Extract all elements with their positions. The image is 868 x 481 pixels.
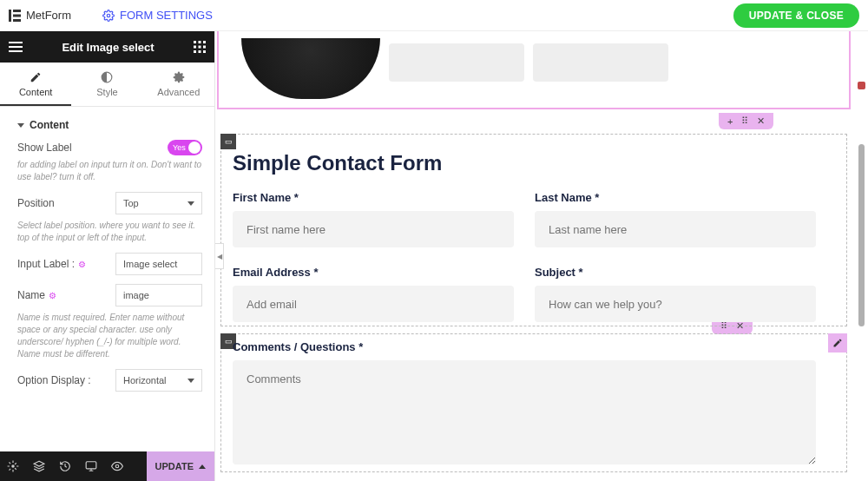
placeholder-row: [389, 43, 668, 82]
drag-icon[interactable]: ⠿: [741, 115, 748, 127]
field-email: Email Address *: [233, 266, 514, 322]
scroll-marker: [858, 82, 865, 89]
name-help: Name is must required. Enter name withou…: [17, 312, 202, 360]
first-name-input[interactable]: [233, 211, 514, 247]
comments-label: Comments / Questions *: [233, 340, 816, 353]
close-icon[interactable]: ✕: [757, 115, 765, 127]
placeholder-box: [389, 43, 524, 82]
apps-icon[interactable]: [194, 41, 206, 53]
last-name-label: Last Name *: [535, 191, 816, 204]
preview-icon[interactable]: [104, 451, 130, 481]
svg-rect-7: [9, 50, 23, 52]
dynamic-icon[interactable]: ⚙: [78, 260, 86, 269]
position-select[interactable]: Top: [115, 192, 202, 214]
update-button[interactable]: UPDATE: [147, 451, 214, 481]
svg-rect-9: [199, 41, 201, 43]
dynamic-icon[interactable]: ⚙: [49, 291, 56, 300]
svg-rect-2: [13, 14, 21, 16]
svg-rect-0: [9, 10, 11, 22]
panel-collapse-button[interactable]: ◀: [215, 243, 224, 269]
option-display-select[interactable]: Horizontal: [115, 369, 202, 392]
gear-icon: [102, 10, 115, 22]
position-label: Position: [17, 197, 55, 209]
settings-icon[interactable]: [0, 451, 26, 481]
scrollbar[interactable]: [858, 144, 865, 326]
show-label-help: for adding label on input turn it on. Do…: [17, 159, 202, 183]
field-subject: Subject *: [535, 266, 816, 322]
section-handle-1[interactable]: + ⠿ ✕: [719, 113, 773, 129]
field-comments: Comments / Questions *: [233, 340, 816, 467]
svg-rect-5: [9, 42, 23, 43]
subject-input[interactable]: [535, 286, 816, 322]
comments-textarea[interactable]: [233, 360, 816, 465]
svg-point-4: [107, 14, 110, 17]
last-name-input[interactable]: [535, 211, 816, 247]
plus-icon[interactable]: +: [727, 116, 733, 127]
svg-rect-20: [86, 462, 96, 469]
svg-rect-12: [199, 46, 201, 49]
tab-style[interactable]: Style: [71, 63, 142, 106]
caret-down-icon: [17, 123, 24, 128]
input-label-label: Input Label : ⚙: [17, 258, 86, 270]
menu-icon[interactable]: [9, 42, 23, 52]
pencil-icon: [832, 338, 843, 348]
svg-rect-1: [13, 10, 21, 12]
form-settings-link[interactable]: FORM SETTINGS: [102, 9, 213, 22]
email-input[interactable]: [233, 286, 514, 322]
panel-footer: UPDATE: [0, 451, 214, 481]
tab-advanced[interactable]: Advanced: [143, 63, 214, 106]
name-field[interactable]: [115, 284, 202, 306]
chevron-down-icon: [187, 379, 194, 383]
subject-label: Subject *: [535, 266, 816, 279]
gear-icon: [173, 71, 185, 83]
svg-rect-10: [203, 41, 206, 43]
form-title: Simple Contact Form: [233, 151, 442, 175]
svg-rect-3: [13, 19, 21, 22]
toggle-knob: [188, 142, 201, 154]
svg-point-21: [115, 465, 119, 468]
form-settings-label: FORM SETTINGS: [120, 9, 213, 22]
canvas: + ⠿ ✕ ⠿ ✕ ▭ ▭ Simple Contact Form First …: [215, 31, 868, 481]
edit-widget-button[interactable]: [828, 333, 847, 353]
position-help: Select label position. where you want to…: [17, 220, 202, 244]
pencil-icon: [30, 71, 42, 83]
navigator-icon[interactable]: [26, 451, 52, 481]
panel-body: Content Show Label Yes for adding label …: [0, 107, 214, 451]
svg-rect-16: [203, 50, 206, 53]
elementor-logo-icon: [9, 10, 21, 22]
top-bar: MetForm FORM SETTINGS UPDATE & CLOSE: [0, 0, 868, 31]
email-label: Email Address *: [233, 266, 514, 279]
svg-rect-6: [9, 46, 23, 48]
responsive-icon[interactable]: [78, 451, 104, 481]
field-first-name: First Name *: [233, 191, 514, 247]
first-name-label: First Name *: [233, 191, 514, 204]
show-label-label: Show Label: [17, 142, 72, 154]
name-label: Name ⚙: [17, 289, 56, 301]
svg-rect-15: [199, 50, 201, 53]
svg-rect-11: [194, 46, 196, 49]
field-last-name: Last Name *: [535, 191, 816, 247]
update-close-button[interactable]: UPDATE & CLOSE: [733, 3, 859, 28]
chevron-down-icon: [187, 201, 194, 206]
history-icon[interactable]: [52, 451, 78, 481]
tab-content[interactable]: Content: [0, 63, 71, 106]
svg-rect-14: [194, 50, 196, 53]
column-tag-1[interactable]: ▭: [220, 134, 236, 149]
panel-tabs: Content Style Advanced: [0, 63, 214, 107]
caret-up-icon: [199, 465, 206, 469]
placeholder-box: [533, 43, 668, 82]
section-header-content[interactable]: Content: [17, 107, 202, 140]
svg-rect-13: [203, 46, 206, 49]
topbar-left: MetForm FORM SETTINGS: [9, 9, 213, 22]
input-label-field[interactable]: [115, 253, 202, 275]
image-widget-preview[interactable]: [241, 38, 380, 99]
editor-panel: Edit Image select Content Style Advanced…: [0, 31, 215, 481]
option-display-label: Option Display :: [17, 374, 91, 386]
svg-rect-8: [194, 41, 196, 43]
app-name: MetForm: [26, 9, 71, 22]
svg-point-19: [11, 465, 15, 468]
panel-title: Edit Image select: [23, 41, 194, 54]
panel-header: Edit Image select: [0, 31, 214, 63]
show-label-toggle[interactable]: Yes: [168, 140, 202, 155]
contrast-icon: [101, 71, 113, 83]
